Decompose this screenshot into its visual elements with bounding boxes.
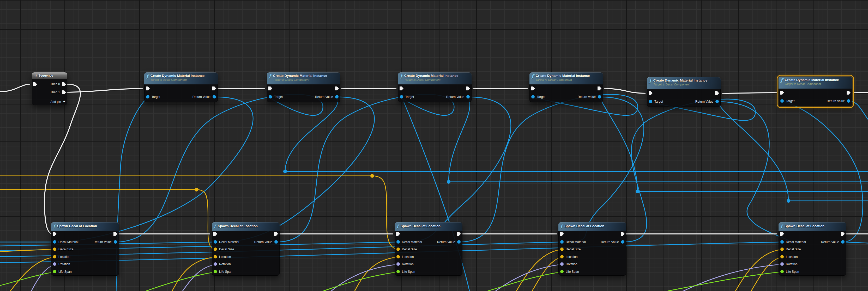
then1-exec-out-pin[interactable] (62, 90, 66, 94)
exec-out-pin[interactable] (715, 91, 719, 95)
exec-in-pin[interactable] (146, 86, 150, 90)
location-pin[interactable] (780, 255, 784, 258)
rotation-pin[interactable] (780, 262, 784, 266)
life-span-label: Life Span (786, 270, 799, 274)
node-spawn-decal-at-location-4[interactable]: ƒ Spawn Decal at Location Decal Material… (558, 222, 626, 276)
decal-size-pin[interactable] (214, 248, 217, 251)
then0-exec-out-pin[interactable] (62, 82, 66, 86)
return-value-pin[interactable] (841, 240, 844, 244)
return-value-pin[interactable] (621, 240, 624, 244)
exec-out-pin[interactable] (274, 232, 278, 236)
return-value-pin[interactable] (598, 95, 601, 99)
exec-wires[interactable] (0, 84, 868, 234)
life-span-pin[interactable] (560, 270, 564, 273)
sequence-node-header[interactable]: ⇉ Sequence (32, 72, 67, 79)
function-icon: ƒ (781, 224, 782, 229)
function-node-header[interactable]: ƒ Spawn Decal at Location (779, 222, 846, 231)
decal-size-pin[interactable] (560, 248, 564, 251)
rotation-pin[interactable] (214, 262, 217, 266)
return-value-pin[interactable] (335, 95, 339, 99)
blueprint-graph-canvas[interactable]: { "graph": { "sequence": { "title": "Seq… (0, 0, 868, 291)
exec-in-pin[interactable] (213, 232, 217, 236)
node-create-dynamic-material-instance-6-selected[interactable]: ƒ Create Dynamic Material Instance Targe… (779, 77, 852, 106)
exec-out-pin[interactable] (847, 90, 850, 95)
node-create-dynamic-material-instance-1[interactable]: ƒ Create Dynamic Material Instance Targe… (144, 72, 218, 102)
function-node-header[interactable]: ƒ Spawn Decal at Location (395, 222, 462, 231)
exec-out-pin[interactable] (114, 232, 117, 236)
function-node-header[interactable]: ƒ Spawn Decal at Location (212, 222, 280, 231)
exec-in-pin[interactable] (780, 232, 784, 236)
return-value-pin[interactable] (847, 99, 850, 103)
function-node-header[interactable]: ƒ Create Dynamic Material Instance Targe… (398, 72, 471, 84)
node-title: Spawn Decal at Location (401, 224, 440, 228)
rotation-pin[interactable] (560, 262, 564, 266)
life-span-pin[interactable] (214, 270, 217, 273)
life-span-pin[interactable] (397, 270, 400, 273)
exec-out-pin[interactable] (841, 232, 845, 236)
target-pin[interactable] (400, 95, 403, 99)
decal-material-pin[interactable] (397, 240, 400, 244)
node-sequence[interactable]: ⇉ Sequence Then 0 Then 1 Add pin + (32, 72, 67, 105)
node-create-dynamic-material-instance-3[interactable]: ƒ Create Dynamic Material Instance Targe… (398, 72, 471, 102)
location-pin[interactable] (397, 255, 400, 258)
exec-out-pin[interactable] (466, 86, 470, 90)
location-pin[interactable] (214, 255, 217, 258)
function-node-header[interactable]: ƒ Spawn Decal at Location (51, 222, 119, 231)
exec-out-pin[interactable] (457, 232, 461, 236)
decal-material-pin[interactable] (560, 240, 564, 244)
node-create-dynamic-material-instance-5[interactable]: ƒ Create Dynamic Material Instance Targe… (647, 77, 721, 107)
target-pin[interactable] (780, 99, 784, 103)
return-value-pin[interactable] (213, 95, 216, 99)
node-spawn-decal-at-location-3[interactable]: ƒ Spawn Decal at Location Decal Material… (395, 222, 462, 276)
wire-junction-dots[interactable] (194, 170, 790, 203)
life-span-pin[interactable] (780, 270, 784, 273)
exec-out-pin[interactable] (597, 86, 601, 90)
location-pin[interactable] (560, 255, 564, 258)
decal-material-pin[interactable] (214, 240, 217, 244)
decal-size-pin[interactable] (780, 248, 784, 251)
function-node-header[interactable]: ƒ Spawn Decal at Location (558, 222, 626, 231)
exec-out-pin[interactable] (335, 86, 339, 90)
function-node-header[interactable]: ƒ Create Dynamic Material Instance Targe… (529, 72, 603, 84)
rotation-pin[interactable] (53, 262, 56, 266)
decal-material-label: Decal Material (566, 240, 586, 244)
node-spawn-decal-at-location-2[interactable]: ƒ Spawn Decal at Location Decal Material… (212, 222, 280, 276)
exec-out-pin[interactable] (621, 232, 625, 236)
function-node-header[interactable]: ƒ Create Dynamic Material Instance Targe… (647, 77, 721, 89)
decal-material-pin[interactable] (780, 240, 784, 244)
node-create-dynamic-material-instance-4[interactable]: ƒ Create Dynamic Material Instance Targe… (529, 72, 603, 102)
return-value-pin[interactable] (274, 240, 278, 244)
function-node-header[interactable]: ƒ Create Dynamic Material Instance Targe… (267, 72, 340, 84)
return-value-pin[interactable] (466, 95, 470, 99)
exec-in-pin[interactable] (560, 232, 564, 236)
decal-material-pin[interactable] (53, 240, 56, 244)
return-value-pin[interactable] (715, 100, 719, 103)
exec-in-pin[interactable] (531, 86, 535, 90)
add-pin-plus-icon[interactable]: + (63, 100, 65, 103)
return-value-pin[interactable] (114, 240, 117, 244)
target-pin[interactable] (269, 95, 272, 99)
add-pin-label[interactable]: Add pin (50, 100, 61, 104)
exec-in-pin[interactable] (649, 91, 653, 95)
target-pin[interactable] (531, 95, 535, 99)
function-node-header[interactable]: ƒ Create Dynamic Material Instance Targe… (144, 72, 218, 84)
decal-size-pin[interactable] (53, 248, 56, 251)
node-create-dynamic-material-instance-2[interactable]: ƒ Create Dynamic Material Instance Targe… (267, 72, 340, 102)
target-pin[interactable] (146, 95, 150, 99)
exec-in-pin[interactable] (780, 90, 784, 95)
function-node-header[interactable]: ƒ Create Dynamic Material Instance Targe… (779, 77, 852, 88)
exec-in-pin[interactable] (400, 86, 403, 90)
target-pin[interactable] (649, 100, 652, 103)
exec-in-pin[interactable] (268, 86, 272, 90)
node-spawn-decal-at-location-5[interactable]: ƒ Spawn Decal at Location Decal Material… (779, 222, 846, 276)
exec-in-pin[interactable] (53, 232, 57, 236)
exec-in-pin[interactable] (33, 82, 37, 86)
location-pin[interactable] (53, 255, 56, 258)
life-span-pin[interactable] (53, 270, 56, 273)
rotation-pin[interactable] (397, 262, 400, 266)
node-spawn-decal-at-location-1[interactable]: ƒ Spawn Decal at Location Decal Material… (51, 222, 119, 276)
exec-in-pin[interactable] (396, 232, 400, 236)
return-value-pin[interactable] (457, 240, 461, 244)
exec-out-pin[interactable] (212, 86, 216, 90)
decal-size-pin[interactable] (397, 248, 400, 251)
